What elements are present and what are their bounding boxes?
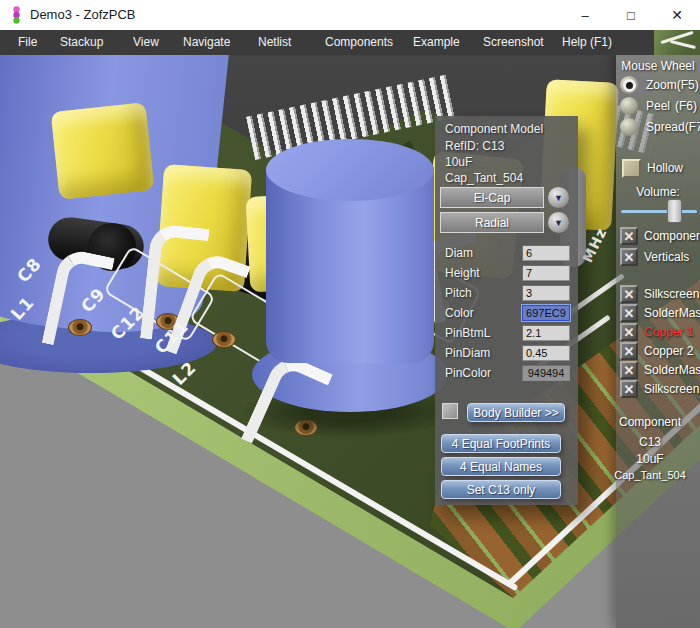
layer-silkscreen-bottom-label: Silkscreen: [644, 382, 699, 396]
close-button[interactable]: ✕: [654, 0, 700, 30]
zofzpcb-window: { "window": { "title": "Demo3 - ZofzPCB"…: [0, 0, 700, 628]
menu-navigate[interactable]: Navigate: [183, 30, 230, 55]
pincolor-input[interactable]: 949494: [522, 365, 570, 381]
type-dropdown-arrow[interactable]: ▼: [548, 187, 569, 208]
volume-slider-handle[interactable]: [667, 199, 682, 223]
volume-label: Volume:: [616, 185, 700, 199]
radio-peel-icon[interactable]: [620, 97, 638, 115]
menu-file[interactable]: File: [18, 30, 37, 55]
body-builder-checkbox[interactable]: [442, 403, 458, 419]
field-label-pinbtml: PinBtmL: [445, 326, 490, 340]
yellow-capacitor: [51, 102, 155, 199]
component-model-panel: Component Model RefID: C13 10uF Cap_Tant…: [435, 116, 578, 505]
menu-view[interactable]: View: [133, 30, 159, 55]
type-dropdown-button[interactable]: El-Cap: [440, 187, 544, 208]
mouse-wheel-title: Mouse Wheel: [616, 59, 700, 73]
component-info-title: Component: [600, 415, 700, 429]
checkbox-cross-icon: ✕: [624, 364, 635, 377]
diam-input[interactable]: 6: [522, 245, 570, 261]
pcb-3d-viewport[interactable]: C8 L1 C9 C12 C11 L2 MHz: [0, 55, 700, 628]
checkbox-cross-icon: ✕: [624, 326, 635, 339]
shape-dropdown-arrow[interactable]: ▼: [548, 212, 569, 233]
maximize-button[interactable]: □: [608, 0, 654, 30]
equal-footprints-button[interactable]: 4 Equal FootPrints: [441, 434, 561, 453]
panel-refid: RefID: C13: [445, 139, 504, 153]
blue-capacitor-c13-top: [266, 139, 434, 201]
equal-names-button[interactable]: 4 Equal Names: [441, 457, 561, 476]
chevron-down-icon: ▼: [554, 218, 563, 228]
chevron-down-icon: ▼: [554, 193, 563, 203]
pindiam-input[interactable]: 0.45: [522, 345, 570, 361]
pinbtml-input[interactable]: 2.1: [522, 325, 570, 341]
hollow-checkbox[interactable]: [622, 159, 641, 178]
minimize-button[interactable]: –: [562, 0, 608, 30]
window-title: Demo3 - ZofzPCB: [30, 7, 135, 22]
menu-components[interactable]: Components: [325, 30, 393, 55]
layer-copper2-label: Copper 2: [644, 344, 693, 358]
field-label-pitch: Pitch: [445, 286, 472, 300]
layer-copper1-label: Copper 1: [644, 325, 693, 339]
panel-title: Component Model: [445, 122, 543, 136]
menu-example[interactable]: Example: [413, 30, 460, 55]
wheel-mode-peel[interactable]: Peel (F6): [620, 96, 698, 116]
hollow-label: Hollow: [647, 161, 683, 175]
wheel-mode-spread[interactable]: Spread (F7): [620, 117, 698, 137]
checkbox-cross-icon: ✕: [624, 251, 635, 264]
layer-copper1-checkbox[interactable]: ✕: [620, 323, 638, 341]
checkbox-cross-icon: ✕: [624, 345, 635, 358]
menu-netlist[interactable]: Netlist: [258, 30, 291, 55]
checkbox-cross-icon: ✕: [624, 230, 635, 243]
shape-dropdown-button[interactable]: Radial: [440, 212, 544, 233]
menu-stackup[interactable]: Stackup: [60, 30, 103, 55]
verticals-checkbox[interactable]: ✕: [620, 248, 638, 266]
title-bar: Demo3 - ZofzPCB – □ ✕: [0, 0, 700, 30]
checkbox-cross-icon: ✕: [624, 383, 635, 396]
field-label-diam: Diam: [445, 246, 473, 260]
menu-screenshot[interactable]: Screenshot: [483, 30, 544, 55]
menu-help[interactable]: Help (F1): [562, 30, 612, 55]
layer-silkscreen-top-checkbox[interactable]: ✕: [620, 285, 638, 303]
panel-value: 10uF: [445, 155, 472, 169]
menu-bar: File Stackup View Navigate Netlist Compo…: [0, 30, 700, 55]
layer-soldermask-bottom-label: SolderMask: [644, 363, 700, 377]
component-info-refid: C13: [600, 435, 700, 449]
verticals-label: Verticals: [644, 250, 689, 264]
color-input[interactable]: 697EC9: [522, 305, 570, 321]
body-builder-button[interactable]: Body Builder >>: [467, 403, 565, 422]
component-info-value: 10uF: [600, 452, 700, 466]
volume-slider-track[interactable]: [621, 210, 697, 213]
field-label-color: Color: [445, 306, 474, 320]
height-input[interactable]: 7: [522, 265, 570, 281]
pitch-input[interactable]: 3: [522, 285, 570, 301]
components-label: Components: [644, 229, 700, 243]
layer-copper2-checkbox[interactable]: ✕: [620, 342, 638, 360]
set-c13-only-button[interactable]: Set C13 only: [441, 480, 561, 499]
radio-zoom-icon[interactable]: [620, 76, 638, 94]
app-icon: [9, 6, 24, 24]
layer-silkscreen-top-label: Silkscreen: [644, 287, 699, 301]
component-info-package: Cap_Tant_504: [600, 469, 700, 481]
checkbox-cross-icon: ✕: [624, 288, 635, 301]
hovered-component-info: Component C13 10uF Cap_Tant_504: [600, 415, 700, 484]
radio-spread-icon[interactable]: [620, 118, 638, 136]
components-checkbox[interactable]: ✕: [620, 227, 638, 245]
field-label-pincolor: PinColor: [445, 366, 491, 380]
field-label-height: Height: [445, 266, 480, 280]
layer-soldermask-top-checkbox[interactable]: ✕: [620, 304, 638, 322]
wheel-mode-zoom[interactable]: Zoom (F5): [620, 75, 698, 95]
layer-soldermask-top-label: SolderMask: [644, 306, 700, 320]
pcb-corner-peek: [654, 28, 700, 55]
view-options-sidebar: Mouse Wheel Zoom (F5) Peel (F6) Spread (…: [616, 55, 700, 628]
checkbox-cross-icon: ✕: [624, 307, 635, 320]
field-label-pindiam: PinDiam: [445, 346, 490, 360]
layer-silkscreen-bottom-checkbox[interactable]: ✕: [620, 380, 638, 398]
panel-package: Cap_Tant_504: [445, 171, 523, 185]
layer-soldermask-bottom-checkbox[interactable]: ✕: [620, 361, 638, 379]
window-controls: – □ ✕: [562, 0, 700, 30]
